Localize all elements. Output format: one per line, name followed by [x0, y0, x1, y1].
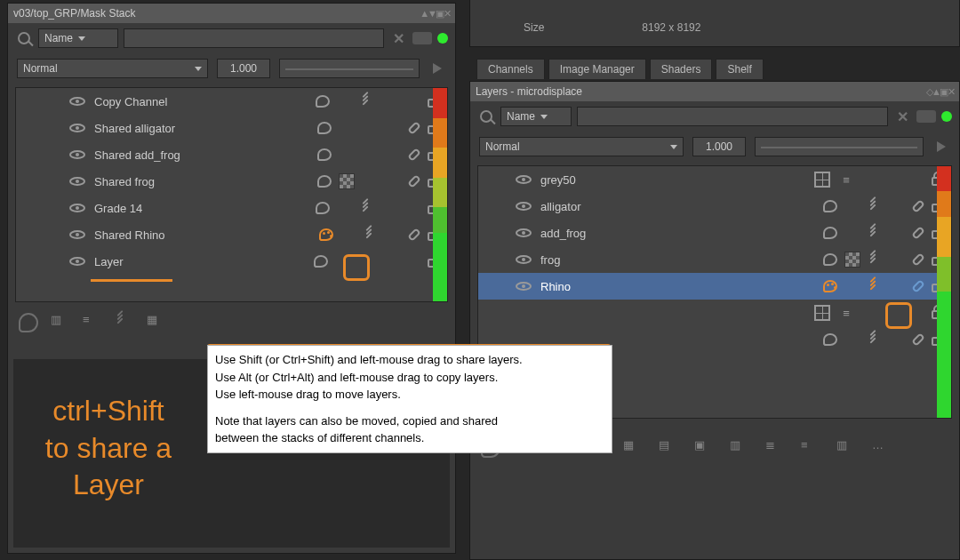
opacity-slider[interactable]	[279, 59, 420, 78]
add-brush-button[interactable]	[115, 313, 134, 332]
visibility-icon[interactable]	[516, 202, 532, 211]
add-group-button[interactable]: ▦	[147, 313, 166, 332]
link-icon[interactable]	[407, 121, 421, 135]
filter-input[interactable]	[124, 28, 384, 48]
palette-icon[interactable]	[319, 228, 333, 241]
blend-mode-select[interactable]: Normal	[479, 137, 684, 156]
grid-icon[interactable]	[814, 172, 830, 188]
layer-row[interactable]: add_frog	[478, 220, 951, 246]
toolbar-button[interactable]: ≣	[765, 438, 785, 458]
visibility-icon[interactable]	[516, 282, 532, 291]
link-icon[interactable]	[407, 148, 421, 162]
layer-row[interactable]: Shared Rhino	[16, 221, 447, 248]
toolbar-button[interactable]: …	[872, 438, 892, 458]
blend-mode-select[interactable]: Normal	[17, 59, 208, 78]
visibility-icon[interactable]	[69, 177, 85, 186]
layers-titlebar[interactable]: Layers - microdisplace ◇▲▣ ✕	[470, 82, 959, 101]
link-icon[interactable]	[911, 279, 925, 293]
palette-icon[interactable]	[823, 333, 837, 346]
titlebar-controls[interactable]: ▲▼▣ ✕	[420, 8, 450, 20]
add-paint-layer-button[interactable]	[19, 313, 38, 332]
brush-icon[interactable]	[360, 201, 374, 215]
palette-icon[interactable]	[823, 253, 837, 266]
filter-input[interactable]	[577, 107, 888, 126]
visibility-icon[interactable]	[516, 255, 532, 264]
add-procedural-button[interactable]: ▥	[51, 313, 70, 332]
visibility-icon[interactable]	[69, 230, 85, 239]
clear-filter-button[interactable]: ✕	[389, 29, 407, 47]
toolbar-button[interactable]: ▤	[659, 438, 678, 458]
bars-icon[interactable]: ≡	[837, 171, 855, 188]
link-icon[interactable]	[911, 226, 925, 240]
add-adjustment-button[interactable]: ≡	[83, 313, 102, 332]
layer-row[interactable]: ≡	[478, 300, 951, 326]
search-icon[interactable]	[15, 29, 33, 47]
brush-icon[interactable]	[364, 228, 378, 242]
palette-icon[interactable]	[317, 175, 332, 188]
link-icon[interactable]	[911, 199, 925, 213]
visibility-icon[interactable]	[69, 97, 85, 106]
layer-row[interactable]: Shared add_frog	[16, 141, 447, 168]
clear-filter-button[interactable]: ✕	[893, 108, 911, 125]
link-icon[interactable]	[407, 174, 421, 188]
search-icon[interactable]	[477, 108, 495, 125]
layer-row[interactable]: Shared alligator	[16, 115, 447, 141]
tab-shaders[interactable]: Shaders	[650, 59, 713, 79]
visibility-icon[interactable]	[69, 257, 85, 266]
visibility-icon[interactable]	[516, 228, 532, 237]
bars-icon[interactable]: ≡	[837, 304, 855, 322]
visibility-icon[interactable]	[516, 175, 532, 184]
checker-icon[interactable]	[339, 173, 355, 189]
toolbar-button[interactable]: ▥	[730, 438, 749, 458]
palette-icon[interactable]	[317, 122, 332, 134]
layer-row[interactable]: alligator	[478, 193, 951, 220]
filter-mode-select[interactable]: Name	[38, 28, 118, 48]
visibility-icon[interactable]	[69, 150, 85, 159]
play-button[interactable]	[428, 60, 446, 77]
tab-shelf[interactable]: Shelf	[716, 59, 763, 79]
brush-icon[interactable]	[868, 332, 882, 347]
palette-icon[interactable]	[823, 200, 837, 212]
filter-mode-select[interactable]: Name	[500, 107, 572, 126]
brush-icon[interactable]	[360, 94, 374, 108]
grid-icon[interactable]	[814, 305, 830, 321]
palette-icon[interactable]	[823, 280, 837, 292]
brush-icon[interactable]	[868, 226, 882, 240]
toolbar-button[interactable]: ▦	[623, 438, 643, 458]
opacity-input[interactable]: 1.000	[692, 137, 746, 156]
checker-icon[interactable]	[844, 252, 860, 268]
titlebar-controls[interactable]: ◇▲▣ ✕	[926, 86, 954, 98]
visibility-icon[interactable]	[69, 204, 85, 212]
left-layer-list[interactable]: Copy Channel Shared alligator	[15, 87, 448, 302]
layer-row[interactable]: Copy Channel	[16, 88, 447, 115]
tab-channels[interactable]: Channels	[476, 59, 545, 79]
layer-row[interactable]: Shared frog	[16, 168, 447, 195]
layer-row[interactable]: Rhino	[478, 273, 951, 300]
brush-icon[interactable]	[868, 199, 882, 213]
layer-row[interactable]: frog	[478, 246, 951, 273]
layer-row[interactable]: Grade 14	[16, 195, 447, 221]
layer-row[interactable]: Layer	[16, 248, 447, 275]
palette-icon[interactable]	[317, 148, 332, 161]
toolbar-button[interactable]: ≡	[801, 438, 820, 458]
left-panel-titlebar[interactable]: v03/top_GRP/Mask Stack ▲▼▣ ✕	[8, 4, 455, 23]
opacity-slider[interactable]	[755, 137, 924, 156]
brush-icon[interactable]	[868, 279, 882, 293]
palette-icon[interactable]	[823, 227, 837, 239]
toolbar-button[interactable]: ▥	[836, 438, 856, 458]
link-icon[interactable]	[407, 228, 421, 242]
link-icon[interactable]	[911, 332, 925, 347]
palette-icon[interactable]	[316, 202, 330, 214]
play-button[interactable]	[932, 138, 950, 156]
toggle-switch[interactable]	[916, 110, 936, 123]
toggle-switch[interactable]	[412, 32, 432, 44]
tab-image-manager[interactable]: Image Manager	[548, 59, 646, 79]
link-icon[interactable]	[911, 252, 925, 267]
visibility-icon[interactable]	[69, 124, 85, 132]
opacity-input[interactable]: 1.000	[217, 59, 270, 78]
brush-icon[interactable]	[868, 252, 882, 267]
layer-row[interactable]: grey50 ≡	[478, 166, 951, 193]
palette-icon[interactable]	[316, 95, 330, 108]
toolbar-button[interactable]: ▣	[694, 438, 714, 458]
palette-icon[interactable]	[314, 255, 328, 268]
